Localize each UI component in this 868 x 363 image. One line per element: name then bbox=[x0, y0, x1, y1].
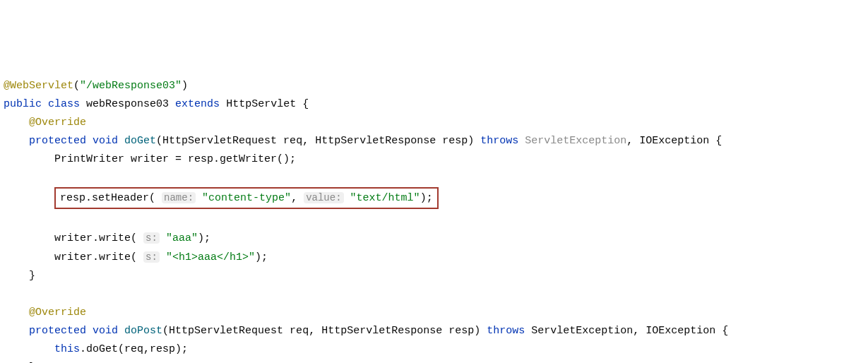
writer-write-1-pre: writer.write( bbox=[54, 232, 137, 244]
string-text-html: "text/html" bbox=[350, 192, 420, 204]
keyword-extends: extends bbox=[175, 98, 220, 110]
keyword-public: public bbox=[4, 98, 42, 110]
keyword-void-1: void bbox=[93, 135, 118, 147]
keyword-this: this bbox=[54, 343, 80, 355]
keyword-throws-2: throws bbox=[487, 325, 525, 337]
this-doget-call: .doGet(req,resp); bbox=[80, 343, 188, 355]
servlet-path-literal: "/webResponse03" bbox=[80, 80, 182, 92]
params-doget: (HttpServletRequest req, HttpServletResp… bbox=[156, 135, 474, 147]
class-name: webResponse03 bbox=[86, 98, 169, 110]
keyword-throws-1: throws bbox=[480, 135, 518, 147]
highlighted-setheader-box: resp.setHeader( name: "content-type", va… bbox=[54, 187, 439, 209]
setheader-end: ); bbox=[420, 192, 433, 204]
writer-write-1-end: ); bbox=[198, 232, 210, 244]
writer-decl-line: PrintWriter writer = resp.getWriter(); bbox=[54, 153, 296, 165]
method-doget: doGet bbox=[124, 135, 156, 147]
param-hint-value: value: bbox=[304, 192, 343, 203]
setheader-prefix: resp.setHeader( bbox=[60, 192, 155, 204]
superclass-name: HttpServlet bbox=[226, 98, 296, 110]
string-h1aaa: "<h1>aaa</h1>" bbox=[166, 251, 255, 263]
exception-list-2: ServletException, IOException { bbox=[531, 325, 728, 337]
method-dopost: doPost bbox=[124, 325, 162, 337]
string-aaa: "aaa" bbox=[166, 232, 198, 244]
keyword-protected-1: protected bbox=[29, 135, 86, 147]
exception-ioe-1: , IOException { bbox=[626, 135, 722, 147]
annotation-webservlet: @WebServlet bbox=[4, 80, 73, 92]
annotation-override-1: @Override bbox=[29, 117, 86, 129]
param-hint-name: name: bbox=[162, 192, 196, 203]
code-block: @WebServlet("/webResponse03") public cla… bbox=[4, 77, 868, 363]
brace-close-doget: } bbox=[29, 270, 35, 282]
writer-write-2-end: ); bbox=[255, 251, 268, 263]
writer-write-2-pre: writer.write( bbox=[54, 251, 137, 263]
params-dopost: (HttpServletRequest req, HttpServletResp… bbox=[162, 325, 480, 337]
setheader-comma: , bbox=[291, 192, 297, 204]
keyword-class: class bbox=[48, 98, 80, 110]
keyword-void-2: void bbox=[93, 325, 118, 337]
exception-servlet: ServletException bbox=[525, 135, 626, 147]
param-hint-s2: s: bbox=[143, 251, 160, 263]
param-hint-s1: s: bbox=[143, 232, 160, 244]
string-content-type: "content-type" bbox=[202, 192, 291, 204]
annotation-override-2: @Override bbox=[29, 307, 86, 319]
keyword-protected-2: protected bbox=[29, 325, 86, 337]
